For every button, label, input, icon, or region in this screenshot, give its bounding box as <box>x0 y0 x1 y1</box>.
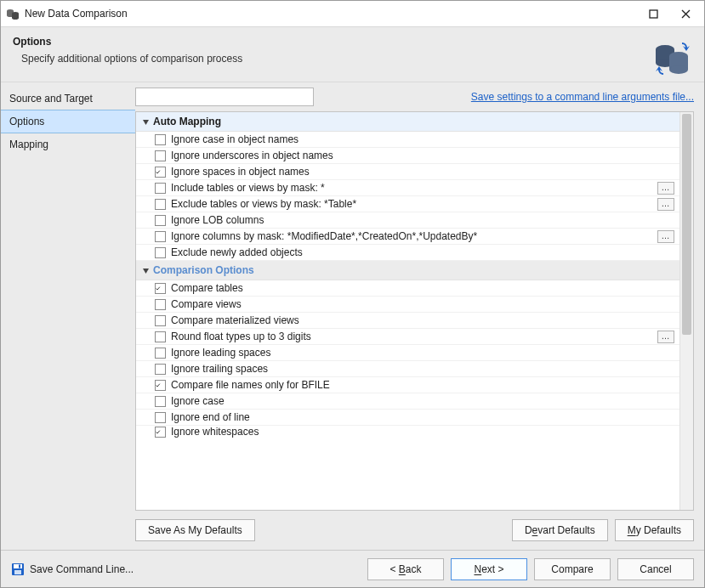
save-settings-link[interactable]: Save settings to a command line argument… <box>471 91 694 103</box>
svg-point-5 <box>12 16 19 20</box>
checkbox[interactable] <box>155 134 166 145</box>
checkbox[interactable] <box>155 380 166 391</box>
header-title: Options <box>13 36 692 48</box>
option-row-cmp-bfile[interactable]: Compare file names only for BFILE <box>136 377 679 393</box>
svg-point-12 <box>669 65 688 74</box>
nav-label: Mapping <box>9 139 48 150</box>
next-button[interactable]: Next > <box>451 558 527 580</box>
checkbox[interactable] <box>155 348 166 359</box>
checkbox[interactable] <box>155 247 166 258</box>
nav-mapping[interactable]: Mapping <box>1 133 135 155</box>
cancel-button[interactable]: Cancel <box>617 558 694 580</box>
expand-icon <box>141 117 150 126</box>
save-command-line-label: Save Command Line... <box>30 563 134 575</box>
option-label: Include tables or views by mask: * <box>171 182 652 194</box>
option-label: Compare views <box>171 298 674 310</box>
option-row-cmp-mviews[interactable]: Compare materialized views <box>136 313 679 329</box>
floppy-icon <box>11 563 25 576</box>
option-row-ign-ws[interactable]: Ignore whitespaces <box>136 426 679 438</box>
group-comparison-options[interactable]: Comparison Options <box>136 261 679 280</box>
svg-rect-14 <box>14 564 22 568</box>
option-row-round-float[interactable]: Round float types up to 3 digits… <box>136 329 679 345</box>
svg-rect-15 <box>14 570 21 574</box>
option-label: Ignore leading spaces <box>171 347 674 359</box>
option-label: Exclude newly added objects <box>171 246 674 258</box>
option-label: Ignore trailing spaces <box>171 363 674 375</box>
nav-label: Source and Target <box>9 93 93 105</box>
group-title: Auto Mapping <box>153 116 221 127</box>
checkbox[interactable] <box>155 167 166 178</box>
left-nav: Source and Target Options Mapping <box>1 82 135 550</box>
checkbox[interactable] <box>155 427 166 438</box>
ellipsis-button[interactable]: … <box>657 331 674 343</box>
checkbox[interactable] <box>155 396 166 407</box>
option-row-ign-trail-sp[interactable]: Ignore trailing spaces <box>136 361 679 377</box>
option-row-ign-cols-mask[interactable]: Ignore columns by mask: *ModifiedDate*,*… <box>136 229 679 245</box>
back-button[interactable]: < Back <box>367 558 444 580</box>
scrollbar-vertical[interactable] <box>679 112 693 510</box>
option-row-ign-case[interactable]: Ignore case <box>136 393 679 410</box>
option-row-ign-lob[interactable]: Ignore LOB columns <box>136 212 679 229</box>
checkbox[interactable] <box>155 412 166 423</box>
option-row-cmp-tables[interactable]: Compare tables <box>136 280 679 297</box>
option-label: Exclude tables or views by mask: *Table* <box>171 198 652 210</box>
bottom-bar: Save Command Line... < Back Next > Compa… <box>1 550 704 587</box>
nav-source-and-target[interactable]: Source and Target <box>1 88 135 110</box>
option-label: Compare materialized views <box>171 314 674 326</box>
option-row-include-mask[interactable]: Include tables or views by mask: *… <box>136 180 679 196</box>
checkbox[interactable] <box>155 183 166 194</box>
option-label: Round float types up to 3 digits <box>171 331 652 342</box>
option-label: Ignore case <box>171 395 674 407</box>
option-label: Ignore end of line <box>171 411 674 423</box>
option-row-ign-under-obj[interactable]: Ignore underscores in object names <box>136 148 679 164</box>
my-defaults-button[interactable]: My Defaults <box>615 519 694 541</box>
option-label: Ignore spaces in object names <box>171 166 674 178</box>
option-row-ign-space-obj[interactable]: Ignore spaces in object names <box>136 164 679 180</box>
scrollbar-thumb[interactable] <box>682 114 691 335</box>
svg-rect-16 <box>19 564 20 568</box>
checkbox[interactable] <box>155 315 166 326</box>
option-label: Compare file names only for BFILE <box>171 379 674 391</box>
option-label: Compare tables <box>171 282 674 294</box>
database-sync-icon <box>653 37 692 76</box>
option-label: Ignore underscores in object names <box>171 150 674 161</box>
checkbox[interactable] <box>155 283 166 294</box>
checkbox[interactable] <box>155 231 166 242</box>
checkbox[interactable] <box>155 364 166 375</box>
window-title: New Data Comparison <box>25 8 128 20</box>
option-row-ign-case-obj[interactable]: Ignore case in object names <box>136 132 679 148</box>
save-as-my-defaults-button[interactable]: Save As My Defaults <box>135 519 255 541</box>
group-auto-mapping[interactable]: Auto Mapping <box>136 112 679 132</box>
checkbox[interactable] <box>155 299 166 310</box>
option-row-exclude-mask[interactable]: Exclude tables or views by mask: *Table*… <box>136 196 679 212</box>
option-label: Ignore columns by mask: *ModifiedDate*,*… <box>171 230 652 242</box>
option-row-ign-eol[interactable]: Ignore end of line <box>136 410 679 426</box>
options-grid: Auto MappingIgnore case in object namesI… <box>135 111 694 511</box>
option-row-cmp-views[interactable]: Compare views <box>136 297 679 313</box>
checkbox[interactable] <box>155 199 166 210</box>
ellipsis-button[interactable]: … <box>657 230 674 243</box>
ellipsis-button[interactable]: … <box>657 198 674 211</box>
checkbox[interactable] <box>155 215 166 226</box>
checkbox[interactable] <box>155 331 166 342</box>
header: Options Specify additional options of co… <box>1 26 704 82</box>
nav-options[interactable]: Options <box>1 110 135 133</box>
option-row-ign-lead-sp[interactable]: Ignore leading spaces <box>136 345 679 361</box>
group-title: Comparison Options <box>153 264 254 276</box>
titlebar: New Data Comparison <box>1 1 704 26</box>
ellipsis-button[interactable]: … <box>657 182 674 195</box>
close-button[interactable] <box>672 4 699 23</box>
option-label: Ignore case in object names <box>171 133 674 145</box>
devart-defaults-button[interactable]: Devart Defaults <box>512 519 608 541</box>
header-subtitle: Specify additional options of comparison… <box>13 53 692 65</box>
checkbox[interactable] <box>155 150 166 161</box>
filter-input[interactable] <box>135 88 314 106</box>
option-row-excl-new[interactable]: Exclude newly added objects <box>136 245 679 261</box>
maximize-button[interactable] <box>640 4 667 23</box>
expand-icon <box>141 266 150 274</box>
nav-label: Options <box>9 116 44 127</box>
option-label: Ignore LOB columns <box>171 214 674 226</box>
compare-button[interactable]: Compare <box>534 558 611 580</box>
save-command-line-button[interactable]: Save Command Line... <box>11 563 134 576</box>
option-label: Ignore whitespaces <box>171 426 674 438</box>
